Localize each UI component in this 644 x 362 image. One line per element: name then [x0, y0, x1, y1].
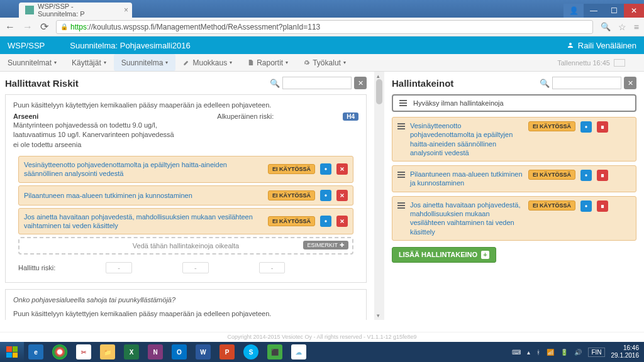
measure-row[interactable]: Pilaantuneen maa-alueen tutkiminen ja ku… [18, 185, 353, 206]
menu-kayttajat[interactable]: Käyttäjät▾ [64, 54, 114, 71]
tool-row[interactable]: Jos ainetta havaitaan pohjavedestä, mahd… [392, 196, 636, 241]
drop-zone-label: Vedä tähän hallintakeinoja oikealta [133, 242, 239, 250]
taskbar-word-icon[interactable]: W [191, 342, 215, 362]
taskbar-snipping-icon[interactable]: ✂ [72, 342, 96, 362]
window-minimize-icon[interactable]: — [584, 4, 604, 18]
taskbar-ie-icon[interactable]: e [24, 342, 48, 362]
tray-language[interactable]: FIN [588, 348, 604, 357]
tray-clock[interactable]: 16:46 29.1.2016 [611, 344, 640, 359]
back-icon[interactable]: ← [5, 21, 15, 33]
saved-timestamp: Tallennettu 16:45 [557, 59, 625, 67]
delete-button[interactable] [336, 163, 348, 175]
chrome-user-icon[interactable]: 👤 [564, 4, 584, 18]
left-scrollbar[interactable]: ▴ ▾ [374, 72, 384, 320]
risk-badge: H4 [343, 112, 358, 121]
browser-tab[interactable]: WSP/SSP - Suunnitelma: P × [19, 3, 132, 18]
left-search-input[interactable] [282, 77, 352, 89]
taskbar-powerpoint-icon[interactable]: P [215, 342, 239, 362]
scroll-thumb[interactable] [376, 79, 382, 104]
delete-button[interactable] [597, 200, 608, 212]
gear-icon [303, 59, 310, 66]
gear-button[interactable] [320, 216, 331, 227]
gear-button[interactable] [580, 121, 592, 133]
drop-zone[interactable]: Vedä tähän hallintakeinoja oikealta ESIM… [18, 237, 353, 255]
tab-close-icon[interactable]: × [124, 6, 128, 14]
search-icon[interactable]: 🔍 [601, 22, 611, 31]
drag-handle-icon[interactable] [399, 100, 407, 106]
tray-bluetooth-icon[interactable]: ᚼ [536, 349, 540, 356]
start-button[interactable] [0, 342, 24, 362]
measure-row[interactable]: Vesinäytteenotto pohjavedenottamolta ja … [18, 156, 353, 183]
user-menu[interactable]: Raili Venäläinen [567, 41, 636, 50]
tray-keyboard-icon[interactable]: ⌨ [512, 349, 521, 356]
status-badge: EI KÄYTÖSSÄ [528, 170, 575, 180]
tray-network-icon[interactable]: 📶 [547, 349, 554, 356]
drag-handle-icon[interactable] [397, 202, 405, 209]
browser-titlebar: WSP/SSP - Suunnitelma: P × 👤 — ☐ ✕ [0, 0, 644, 18]
tool-row[interactable]: Vesinäytteenotto pohjavedenottamolta ja … [392, 117, 636, 162]
risk-question: Onko pohjavesialueella sahoja tai puunky… [13, 296, 358, 304]
gear-button[interactable] [580, 170, 592, 181]
drag-handle-icon[interactable] [397, 123, 405, 129]
clear-search-icon[interactable]: ✕ [354, 77, 367, 89]
taskbar-app-icon[interactable]: ⬛ [263, 342, 287, 362]
window-maximize-icon[interactable]: ☐ [604, 4, 624, 18]
url-protocol: https [70, 23, 87, 31]
taskbar-chrome-icon[interactable] [48, 342, 72, 362]
left-column: Hallittavat Riskit 🔍 ✕ Puun käsittelyyn … [0, 72, 374, 320]
measure-row[interactable]: Jos ainetta havaitaan pohjavedestä, mahd… [18, 208, 353, 235]
controlled-value[interactable]: - [259, 262, 286, 273]
approve-without-measures[interactable]: Hyväksy ilman hallintakeinoja [392, 94, 636, 112]
app-brand: WSP/SSP [8, 41, 45, 50]
delete-button[interactable] [597, 121, 608, 133]
right-search-input[interactable] [552, 77, 621, 89]
scroll-up-icon[interactable]: ▴ [377, 73, 380, 79]
delete-button[interactable] [597, 170, 608, 181]
window-close-icon[interactable]: ✕ [624, 4, 644, 18]
reload-icon[interactable]: ⟳ [40, 21, 48, 33]
browser-toolbar: ← → ⟳ 🔒 https://koulutus.wspssp.fi/Manag… [0, 18, 644, 36]
controlled-value[interactable]: - [106, 262, 132, 273]
taskbar-cloud-icon[interactable]: ☁ [287, 342, 311, 362]
delete-button[interactable] [336, 190, 348, 201]
address-bar[interactable]: 🔒 https://koulutus.wspssp.fi/ManagementM… [56, 20, 593, 34]
status-badge: EI KÄYTÖSSÄ [268, 190, 315, 200]
tool-row[interactable]: Pilaantuneen maa-alueen tutkiminen ja ku… [392, 165, 636, 192]
menu-muokkaus[interactable]: Muokkaus▾ [175, 54, 240, 71]
menu-suunnitelma[interactable]: Suunnitelma▾ [114, 54, 176, 71]
taskbar: e ✂ 📁 X N O W P S ⬛ ☁ ⌨ ▴ ᚼ 📶 🔋 🔊 FIN 16… [0, 342, 644, 362]
svg-rect-2 [601, 205, 604, 208]
menu-tyokalut[interactable]: Työkalut▾ [296, 54, 353, 71]
taskbar-skype-icon[interactable]: S [239, 342, 263, 362]
main-content: Hallittavat Riskit 🔍 ✕ Puun käsittelyyn … [0, 72, 644, 320]
status-badge: EI KÄYTÖSSÄ [268, 164, 315, 174]
chrome-menu-icon[interactable]: ≡ [634, 22, 639, 32]
taskbar-excel-icon[interactable]: X [119, 342, 143, 362]
scroll-down-icon[interactable]: ▾ [377, 312, 380, 319]
delete-button[interactable] [336, 216, 348, 227]
examples-button[interactable]: ESIMERKIT✚ [303, 241, 348, 250]
system-tray: ⌨ ▴ ᚼ 📶 🔋 🔊 FIN 16:46 29.1.2016 [512, 342, 644, 362]
gear-button[interactable] [320, 163, 331, 175]
left-title: Hallittavat Riskit [5, 78, 79, 89]
bookmark-icon[interactable]: ☆ [618, 22, 626, 32]
tray-expand-icon[interactable]: ▴ [527, 349, 530, 356]
forward-icon[interactable]: → [23, 21, 33, 33]
taskbar-onenote-icon[interactable]: N [143, 342, 167, 362]
menu-suunnitelmat[interactable]: Suunnitelmat▾ [0, 54, 64, 71]
tray-volume-icon[interactable]: 🔊 [574, 349, 582, 356]
measure-text: Jos ainetta havaitaan pohjavedestä, mahd… [24, 212, 263, 231]
menu-raportit[interactable]: Raportit▾ [240, 54, 296, 71]
gear-button[interactable] [580, 200, 592, 212]
drag-handle-icon[interactable] [397, 172, 405, 178]
clear-search-icon[interactable]: ✕ [624, 77, 636, 89]
app-footer: Copyright 2014-2015 Vesiotec Oy - All ri… [0, 332, 644, 342]
add-measure-button[interactable]: LISÄÄ HALLINTAKEINO + [392, 247, 496, 263]
report-icon [247, 59, 254, 66]
taskbar-explorer-icon[interactable]: 📁 [96, 342, 119, 362]
controlled-value[interactable]: - [182, 262, 209, 273]
taskbar-outlook-icon[interactable]: O [167, 342, 191, 362]
tray-battery-icon[interactable]: 🔋 [560, 349, 568, 356]
controlled-risk-label: Hallittu riski: [18, 264, 55, 272]
gear-button[interactable] [320, 190, 331, 201]
